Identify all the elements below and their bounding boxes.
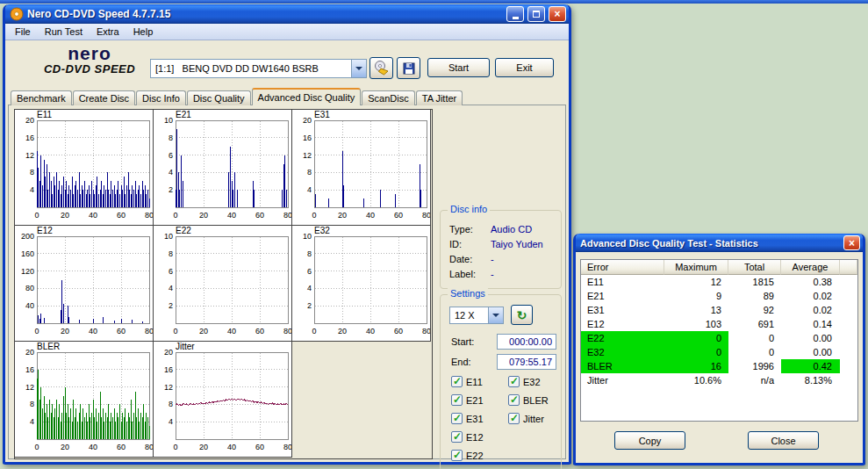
checkbox-box[interactable] (508, 376, 520, 387)
stats-row-e31[interactable]: E3113920.02 (581, 303, 857, 317)
stats-cell-average: 0.14 (781, 317, 840, 331)
save-icon (402, 61, 416, 76)
drive-select[interactable]: [1:1] BENQ DVD DD DW1640 BSRB (150, 59, 367, 78)
stats-cell-maximum: 0 (664, 345, 728, 359)
svg-text:8: 8 (307, 249, 312, 258)
svg-text:60: 60 (117, 211, 126, 220)
column-header-maximum[interactable]: Maximum (664, 260, 728, 275)
svg-text:20: 20 (25, 348, 34, 357)
checkbox-box[interactable] (508, 413, 520, 424)
menu-item-extra[interactable]: Extra (90, 25, 126, 39)
svg-text:6: 6 (169, 151, 173, 160)
svg-text:Jitter: Jitter (176, 342, 195, 351)
drive-select-arrow[interactable] (351, 60, 366, 77)
tab-disc-info[interactable]: Disc Info (136, 90, 186, 105)
svg-text:80: 80 (422, 327, 430, 336)
checkbox-bler[interactable]: BLER (508, 391, 549, 409)
disc-info-label: Label: (449, 269, 491, 279)
checkbox-e22[interactable]: E22 (451, 446, 484, 465)
stats-row-e32[interactable]: E32000.00 (581, 345, 857, 359)
checkbox-e12[interactable]: E12 (451, 428, 484, 446)
checkbox-box[interactable] (451, 450, 463, 461)
column-header-error[interactable]: Error (581, 260, 664, 275)
menu-item-file[interactable]: File (8, 25, 38, 39)
start-position-field[interactable]: 000:00.00 (497, 334, 556, 350)
chevron-down-icon (355, 67, 362, 70)
tab-advanced-disc-quality[interactable]: Advanced Disc Quality (252, 88, 362, 105)
app-icon (10, 7, 24, 21)
statistics-title: Advanced Disc Quality Test - Statistics (580, 238, 840, 249)
statistics-close-button[interactable]: × (843, 235, 860, 250)
svg-text:80: 80 (145, 211, 153, 220)
menu-bar: FileRun TestExtraHelp (5, 24, 569, 40)
stats-row-bler[interactable]: BLER1619960.42 (581, 359, 857, 373)
copy-button[interactable]: Copy (614, 431, 685, 450)
stats-cell-maximum: 0 (664, 331, 728, 345)
stats-row-e11[interactable]: E111218150.38 (581, 275, 857, 289)
end-position-field[interactable]: 079:55.17 (497, 354, 556, 370)
tab-benchmark[interactable]: Benchmark (11, 90, 72, 105)
checkbox-box[interactable] (451, 394, 463, 406)
stats-cell-average: 0.00 (781, 331, 840, 345)
svg-text:80: 80 (283, 443, 291, 451)
stats-row-e21[interactable]: E219890.02 (581, 289, 857, 303)
nero-logo-wordmark: nero (28, 44, 151, 63)
stats-cell-maximum: 12 (664, 275, 728, 289)
save-button[interactable] (397, 57, 420, 79)
svg-text:16: 16 (25, 365, 34, 374)
advanced-disc-quality-panel: E1148121620020406080E21246810020406080E3… (8, 105, 566, 459)
tab-ta-jitter[interactable]: TA Jitter (416, 90, 463, 105)
start-button[interactable]: Start (427, 58, 490, 77)
maximize-button[interactable] (527, 6, 545, 22)
column-header-filler (840, 260, 857, 275)
svg-text:200: 200 (21, 232, 34, 241)
stats-cell-total: 0 (728, 331, 781, 345)
disc-eject-button[interactable] (369, 57, 393, 79)
stats-row-e22[interactable]: E22000.00 (581, 331, 857, 345)
checkbox-e21[interactable]: E21 (451, 391, 484, 409)
svg-text:60: 60 (394, 327, 403, 336)
svg-text:40: 40 (89, 327, 97, 336)
tab-scandisc[interactable]: ScanDisc (362, 90, 414, 105)
main-titlebar[interactable]: Nero CD-DVD Speed 4.7.7.15 × (5, 4, 569, 24)
svg-text:E11: E11 (37, 110, 52, 119)
stats-row-jitter[interactable]: Jitter10.6%n/a8.13% (581, 373, 857, 387)
stats-row-e12[interactable]: E121036910.14 (581, 317, 857, 331)
refresh-speed-button[interactable]: ↻ (511, 305, 533, 325)
svg-text:E31: E31 (314, 110, 330, 119)
checkbox-e32[interactable]: E32 (508, 372, 549, 391)
column-header-average[interactable]: Average (781, 260, 840, 275)
checkbox-label: E21 (466, 395, 484, 406)
tab-disc-quality[interactable]: Disc Quality (187, 90, 251, 105)
svg-text:4: 4 (30, 417, 34, 426)
background-window-edge (0, 0, 868, 4)
checkbox-box[interactable] (508, 394, 520, 406)
speed-select-arrow[interactable] (488, 307, 503, 323)
stats-cell-maximum: 103 (664, 317, 728, 331)
exit-button[interactable]: Exit (495, 58, 554, 77)
speed-select[interactable]: 12 X (449, 307, 504, 324)
svg-text:10: 10 (164, 116, 173, 125)
menu-item-run-test[interactable]: Run Test (38, 25, 90, 39)
desktop: Nero CD-DVD Speed 4.7.7.15 × FileRun Tes… (0, 0, 868, 469)
menu-item-help[interactable]: Help (126, 25, 161, 39)
checkbox-box[interactable] (451, 431, 463, 443)
close-statistics-button[interactable]: Close (748, 431, 819, 450)
svg-text:4: 4 (169, 168, 173, 177)
minimize-button[interactable] (506, 6, 524, 22)
checkbox-e11[interactable]: E11 (451, 372, 484, 391)
svg-text:20: 20 (199, 211, 208, 220)
disc-info-row: ID:Taiyo Yuden (449, 237, 556, 250)
column-header-total[interactable]: Total (728, 260, 781, 275)
svg-text:2: 2 (307, 301, 312, 310)
checkbox-box[interactable] (451, 376, 463, 387)
close-button[interactable]: × (549, 6, 566, 22)
svg-text:20: 20 (199, 443, 208, 451)
statistics-titlebar[interactable]: Advanced Disc Quality Test - Statistics … (576, 234, 863, 252)
checkbox-jitter[interactable]: Jitter (508, 409, 549, 428)
checkbox-box[interactable] (451, 413, 463, 424)
svg-text:4: 4 (169, 417, 173, 426)
tab-create-disc[interactable]: Create Disc (73, 90, 135, 105)
disc-info-value: Taiyo Yuden (491, 239, 543, 249)
checkbox-e31[interactable]: E31 (451, 409, 484, 428)
